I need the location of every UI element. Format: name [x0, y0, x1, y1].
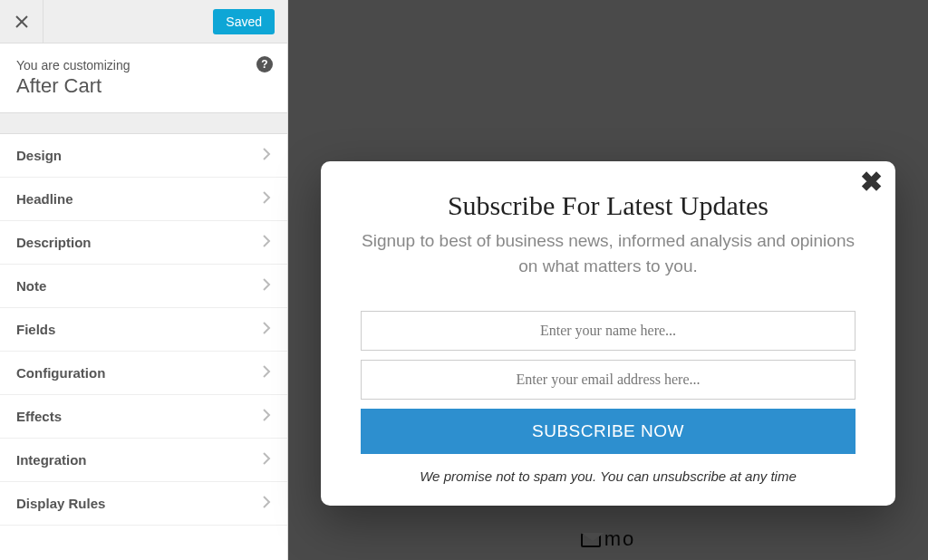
modal-subtext: Signup to best of business news, informe… — [361, 228, 856, 278]
customizing-header: You are customizing After Cart ? — [0, 43, 287, 112]
sidebar-item-configuration[interactable]: Configuration — [0, 352, 287, 394]
close-icon — [15, 15, 28, 28]
preview-area: ✖ Subscribe For Latest Updates Signup to… — [288, 0, 928, 560]
sidebar-item-label: Configuration — [16, 365, 105, 381]
chevron-right-icon — [262, 364, 271, 381]
modal-headline: Subscribe For Latest Updates — [361, 190, 856, 221]
envelope-icon — [581, 533, 601, 547]
subscribe-modal: ✖ Subscribe For Latest Updates Signup to… — [321, 161, 895, 506]
section-divider — [0, 112, 287, 134]
sidebar-item-label: Design — [16, 148, 62, 163]
sidebar-item-label: Headline — [16, 191, 73, 207]
sidebar-item-label: Integration — [16, 452, 87, 468]
sidebar-item-label: Display Rules — [16, 496, 105, 511]
customizing-title: After Cart — [16, 74, 271, 98]
brand-text: mo — [604, 527, 636, 550]
brand-footer: mo — [288, 527, 928, 551]
sidebar-item-display-rules[interactable]: Display Rules — [0, 482, 287, 525]
sidebar-item-design[interactable]: Design — [0, 134, 287, 177]
chevron-right-icon — [262, 277, 271, 294]
modal-close-button[interactable]: ✖ — [860, 169, 883, 196]
chevron-right-icon — [262, 451, 271, 468]
chevron-right-icon — [262, 234, 271, 251]
sidebar-item-description[interactable]: Description — [0, 221, 287, 264]
chevron-right-icon — [262, 321, 271, 338]
chevron-right-icon — [262, 408, 271, 425]
close-customizer-button[interactable] — [0, 0, 44, 43]
sidebar-item-label: Fields — [16, 322, 55, 337]
customizing-caption: You are customizing — [16, 58, 271, 72]
sidebar-item-fields[interactable]: Fields — [0, 308, 287, 351]
subscribe-form: SUBSCRIBE NOW — [361, 311, 856, 454]
saved-button-wrap: Saved — [44, 9, 287, 34]
chevron-right-icon — [262, 495, 271, 512]
sidebar-item-integration[interactable]: Integration — [0, 439, 287, 481]
modal-promise-text: We promise not to spam you. You can unsu… — [361, 468, 856, 484]
sidebar-item-label: Effects — [16, 409, 62, 424]
email-input[interactable] — [361, 360, 856, 400]
sidebar-item-effects[interactable]: Effects — [0, 395, 287, 438]
saved-button[interactable]: Saved — [213, 9, 275, 34]
name-input[interactable] — [361, 311, 856, 351]
sidebar-topbar: Saved — [0, 0, 287, 43]
settings-menu: Design Headline Description Note Fields … — [0, 134, 287, 526]
chevron-right-icon — [262, 190, 271, 208]
sidebar-item-label: Description — [16, 235, 92, 250]
subscribe-button[interactable]: SUBSCRIBE NOW — [361, 409, 856, 454]
sidebar-item-note[interactable]: Note — [0, 265, 287, 307]
sidebar-item-headline[interactable]: Headline — [0, 178, 287, 220]
sidebar-item-label: Note — [16, 278, 46, 294]
customizer-sidebar: Saved You are customizing After Cart ? D… — [0, 0, 288, 560]
help-icon[interactable]: ? — [256, 56, 273, 72]
chevron-right-icon — [262, 147, 271, 164]
